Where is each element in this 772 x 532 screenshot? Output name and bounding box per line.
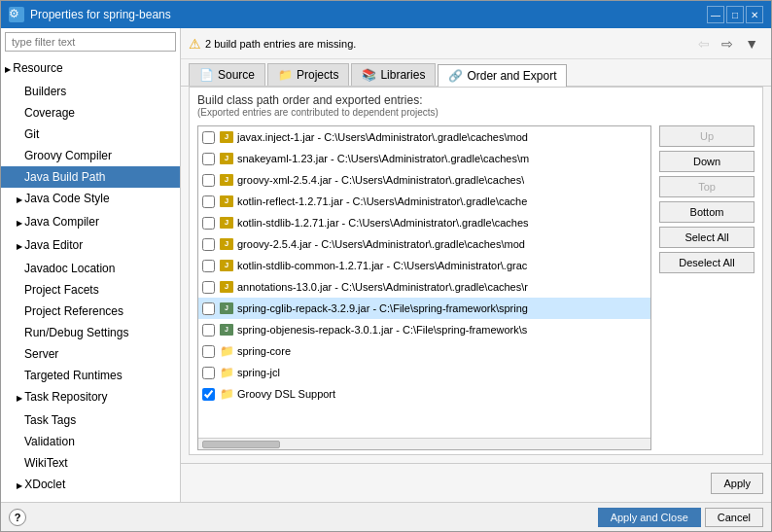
entries-list-wrapper: J javax.inject-1.jar - C:\Users\Administ… bbox=[197, 125, 651, 450]
top-button[interactable]: Top bbox=[659, 176, 754, 197]
entry-item-spring-cglib[interactable]: J spring-cglib-repack-3.2.9.jar - C:\Fil… bbox=[198, 298, 650, 319]
entry-item-kotlin-stdlib[interactable]: J kotlin-stdlib-1.2.71.jar - C:\Users\Ad… bbox=[198, 212, 650, 233]
entry-checkbox-spring-objenesis[interactable] bbox=[202, 324, 215, 337]
maximize-button[interactable]: □ bbox=[726, 6, 744, 23]
tab-source[interactable]: 📄 Source bbox=[189, 63, 265, 86]
forward-button[interactable]: ⇨ bbox=[717, 33, 738, 54]
entry-checkbox-spring-cglib[interactable] bbox=[202, 302, 215, 315]
sidebar-item-task-repository[interactable]: Task Repository bbox=[1, 386, 180, 409]
sidebar-item-wikitext[interactable]: WikiText bbox=[1, 452, 180, 474]
entry-checkbox-groovy-xml[interactable] bbox=[202, 174, 215, 187]
sidebar-item-project-facets[interactable]: Project Facets bbox=[1, 279, 180, 301]
footer-left: ? bbox=[9, 509, 26, 526]
tab-libraries[interactable]: 📚 Libraries bbox=[351, 63, 436, 86]
select-all-button[interactable]: Select All bbox=[659, 227, 754, 248]
right-panel: ⚠ 2 build path entries are missing. ⇦ ⇨ … bbox=[181, 28, 771, 502]
entry-checkbox-kotlin-reflect[interactable] bbox=[202, 195, 215, 208]
entry-icon-spring-cglib: J bbox=[219, 301, 234, 315]
sidebar-item-builders[interactable]: Builders bbox=[1, 81, 180, 102]
sidebar-item-validation[interactable]: Validation bbox=[1, 431, 180, 452]
back-button[interactable]: ⇦ bbox=[693, 33, 715, 54]
tab-projects-label: Projects bbox=[297, 68, 338, 82]
entry-item-groovy-xml[interactable]: J groovy-xml-2.5.4.jar - C:\Users\Admini… bbox=[198, 169, 650, 191]
sidebar-item-project-references[interactable]: Project References bbox=[1, 301, 180, 322]
up-button[interactable]: Up bbox=[659, 125, 754, 147]
entry-icon-kotlin-stdlib: J bbox=[219, 216, 234, 230]
sidebar-item-java-compiler[interactable]: Java Compiler bbox=[1, 211, 180, 234]
entry-icon-spring-jcl: 📁 bbox=[219, 366, 234, 379]
help-button[interactable]: ? bbox=[9, 509, 26, 526]
cancel-button[interactable]: Cancel bbox=[705, 508, 763, 527]
title-bar: ⚙ Properties for spring-beans — □ ✕ bbox=[1, 1, 771, 28]
entry-text-spring-cglib: spring-cglib-repack-3.2.9.jar - C:\File\… bbox=[237, 300, 528, 317]
entry-checkbox-spring-core[interactable] bbox=[202, 345, 215, 358]
entry-text-kotlin-stdlib-common: kotlin-stdlib-common-1.2.71.jar - C:\Use… bbox=[237, 257, 527, 274]
apply-button[interactable]: Apply bbox=[711, 473, 763, 494]
filter-input[interactable] bbox=[5, 32, 176, 52]
down-button[interactable]: Down bbox=[659, 151, 754, 172]
entry-icon-groovy: J bbox=[219, 237, 234, 251]
sidebar-item-coverage[interactable]: Coverage bbox=[1, 102, 180, 124]
entry-item-groovy[interactable]: J groovy-2.5.4.jar - C:\Users\Administra… bbox=[198, 233, 650, 255]
entry-item-kotlin-reflect[interactable]: J kotlin-reflect-1.2.71.jar - C:\Users\A… bbox=[198, 191, 650, 212]
close-button[interactable]: ✕ bbox=[746, 6, 763, 23]
entry-checkbox-spring-jcl[interactable] bbox=[202, 367, 215, 379]
entry-checkbox-groovy-dsl[interactable] bbox=[202, 388, 215, 401]
projects-tab-icon: 📁 bbox=[278, 68, 293, 82]
panel-header: Build class path order and exported entr… bbox=[190, 88, 762, 122]
entry-item-groovy-dsl[interactable]: 📁 Groovy DSL Support bbox=[198, 383, 650, 405]
entry-icon-spring-core: 📁 bbox=[219, 344, 234, 358]
sidebar-item-javadoc[interactable]: Javadoc Location bbox=[1, 258, 180, 279]
entry-item-javax[interactable]: J javax.inject-1.jar - C:\Users\Administ… bbox=[198, 126, 650, 148]
entry-icon-spring-objenesis: J bbox=[219, 323, 234, 337]
entry-checkbox-javax[interactable] bbox=[202, 131, 215, 144]
dropdown-button[interactable]: ▼ bbox=[740, 33, 763, 54]
entry-icon-groovy-xml: J bbox=[219, 173, 234, 187]
entry-item-spring-jcl[interactable]: 📁 spring-jcl bbox=[198, 362, 650, 383]
sidebar-item-run-debug[interactable]: Run/Debug Settings bbox=[1, 322, 180, 343]
sidebar-item-git[interactable]: Git bbox=[1, 124, 180, 145]
entry-item-spring-core[interactable]: 📁 spring-core bbox=[198, 340, 650, 362]
sidebar-item-groovy-compiler[interactable]: Groovy Compiler bbox=[1, 145, 180, 166]
sidebar-item-java-build-path[interactable]: Java Build Path bbox=[1, 166, 180, 188]
tab-projects[interactable]: 📁 Projects bbox=[267, 63, 349, 86]
entry-text-javax: javax.inject-1.jar - C:\Users\Administra… bbox=[237, 128, 528, 146]
bottom-button[interactable]: Bottom bbox=[659, 201, 754, 223]
entry-checkbox-annotations[interactable] bbox=[202, 281, 215, 294]
footer-bar: ? Apply and Close Cancel bbox=[1, 502, 771, 531]
order-export-tab-icon: 🔗 bbox=[448, 69, 463, 83]
entry-item-snakeyaml[interactable]: J snakeyaml-1.23.jar - C:\Users\Administ… bbox=[198, 148, 650, 169]
entry-checkbox-snakeyaml[interactable] bbox=[202, 153, 215, 165]
sidebar-item-server[interactable]: Server bbox=[1, 343, 180, 365]
panel-header-line2: (Exported entries are contributed to dep… bbox=[197, 107, 754, 118]
sidebar: Resource Builders Coverage Git Groovy Co… bbox=[1, 28, 181, 502]
sidebar-item-java-editor[interactable]: Java Editor bbox=[1, 234, 180, 258]
tabs: 📄 Source 📁 Projects 📚 Libraries 🔗 Order … bbox=[181, 59, 771, 87]
entry-checkbox-kotlin-stdlib[interactable] bbox=[202, 217, 215, 230]
scroll-thumb[interactable] bbox=[202, 441, 280, 448]
warning-text: 2 build path entries are missing. bbox=[205, 38, 693, 50]
entry-text-spring-jcl: spring-jcl bbox=[237, 364, 280, 381]
sidebar-item-xdoclet[interactable]: XDoclet bbox=[1, 474, 180, 497]
panel-content: Build class path order and exported entr… bbox=[189, 87, 763, 455]
entries-list: J javax.inject-1.jar - C:\Users\Administ… bbox=[198, 126, 650, 438]
source-tab-icon: 📄 bbox=[199, 68, 214, 82]
entry-item-kotlin-stdlib-common[interactable]: J kotlin-stdlib-common-1.2.71.jar - C:\U… bbox=[198, 255, 650, 276]
top-toolbar: ⚠ 2 build path entries are missing. ⇦ ⇨ … bbox=[181, 28, 771, 59]
sidebar-item-targeted-runtimes[interactable]: Targeted Runtimes bbox=[1, 365, 180, 386]
minimize-button[interactable]: — bbox=[707, 6, 724, 23]
entry-icon-kotlin-reflect: J bbox=[219, 195, 234, 208]
tab-order-export[interactable]: 🔗 Order and Export bbox=[438, 64, 567, 87]
deselect-all-button[interactable]: Deselect All bbox=[659, 252, 754, 273]
apply-and-close-button[interactable]: Apply and Close bbox=[598, 508, 701, 527]
horizontal-scrollbar[interactable] bbox=[198, 438, 650, 449]
warning-icon: ⚠ bbox=[189, 36, 201, 52]
sidebar-item-task-tags[interactable]: Task Tags bbox=[1, 409, 180, 431]
entry-checkbox-kotlin-stdlib-common[interactable] bbox=[202, 260, 215, 272]
entry-checkbox-groovy[interactable] bbox=[202, 238, 215, 251]
entry-item-spring-objenesis[interactable]: J spring-objenesis-repack-3.0.1.jar - C:… bbox=[198, 319, 650, 340]
entry-item-annotations[interactable]: J annotations-13.0.jar - C:\Users\Admini… bbox=[198, 276, 650, 298]
panel-header-line1: Build class path order and exported entr… bbox=[197, 93, 754, 107]
sidebar-item-resource[interactable]: Resource bbox=[1, 57, 180, 81]
sidebar-item-java-code-style[interactable]: Java Code Style bbox=[1, 188, 180, 211]
